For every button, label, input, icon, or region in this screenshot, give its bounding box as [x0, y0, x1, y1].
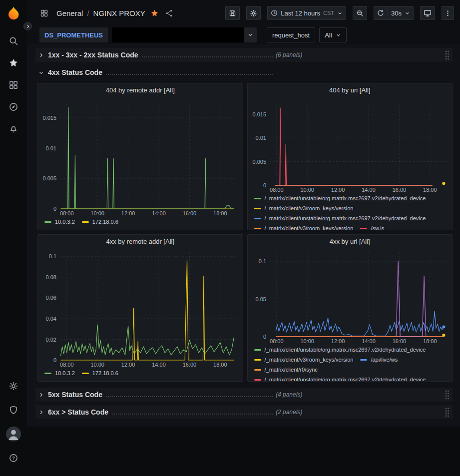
request-host-variable-select[interactable]: All	[319, 27, 346, 42]
grafana-logo[interactable]	[5, 5, 22, 22]
row-4xx-status-code[interactable]: 4xx Status Code	[35, 65, 453, 79]
panel-title[interactable]: 404 by remote addr [All]	[38, 83, 243, 96]
svg-text:0.08: 0.08	[46, 274, 56, 280]
app-root: ? General / NGINX PROXY	[0, 0, 460, 476]
chart-svg[interactable]: 08:0010:0012:0014:0016:0018:0000.0050.01…	[38, 96, 243, 217]
sidebar-bottom-nav: ?	[3, 374, 23, 470]
row-drag-handle-icon[interactable]	[445, 407, 450, 417]
legend-item[interactable]: /_matrix/client/unstable/org.matrix.msc2…	[254, 376, 426, 381]
chart-svg[interactable]: 08:0010:0012:0014:0016:0018:0000.020.040…	[38, 248, 243, 369]
legend-series-label: /api/live/ws	[371, 356, 398, 364]
legend-series-swatch	[360, 228, 367, 229]
legend-series-label: /_matrix/client/unstable/org.matrix.msc2…	[265, 195, 426, 202]
tv-mode-icon[interactable]	[420, 6, 435, 20]
favorite-star-icon[interactable]	[149, 8, 160, 18]
refresh-interval-label: 30s	[391, 9, 402, 17]
row-drag-handle-icon[interactable]	[445, 390, 450, 400]
svg-text:08:00: 08:00	[60, 210, 74, 216]
panel-chart-canvas[interactable]: 08:0010:0012:0014:0016:0018:0000.050.1	[248, 248, 453, 345]
dashboard-settings-gear-icon[interactable]	[246, 6, 261, 20]
svg-text:0.005: 0.005	[42, 175, 56, 181]
legend-item[interactable]: /_matrix/client/v3/room_keys/version	[254, 225, 354, 230]
svg-text:0: 0	[53, 357, 56, 363]
svg-text:16:00: 16:00	[183, 210, 197, 216]
clock-icon	[271, 9, 278, 16]
refresh-icon[interactable]	[374, 6, 388, 20]
panel-chart-canvas[interactable]: 08:0010:0012:0014:0016:0018:0000.0050.01…	[38, 96, 243, 217]
kebab-menu-icon[interactable]	[442, 6, 454, 20]
row-6xx-status-code[interactable]: 6xx > Status Code (2 panels)	[35, 405, 453, 419]
breadcrumb: General / NGINX PROXY	[56, 9, 145, 17]
dashboards-grid-icon[interactable]	[3, 75, 23, 95]
sidebar-expand-chevron[interactable]	[23, 22, 32, 30]
chart-svg[interactable]: 08:0010:0012:0014:0016:0018:0000.0050.01…	[248, 96, 453, 194]
svg-text:0.1: 0.1	[49, 253, 56, 259]
time-range-label: Last 12 hours	[281, 9, 320, 17]
search-icon[interactable]	[3, 31, 23, 51]
chart-svg[interactable]: 08:0010:0012:0014:0016:0018:0000.050.1	[248, 248, 453, 345]
panel-title[interactable]: 404 by uri [All]	[248, 83, 453, 96]
legend-item[interactable]: /_matrix/client/v3/room_keys/version	[254, 356, 354, 364]
explore-compass-icon[interactable]	[3, 97, 23, 117]
panel-legend: 10.0.3.2172.18.0.6	[38, 369, 243, 381]
legend-series-label: 172.18.0.6	[92, 218, 118, 226]
legend-item[interactable]: /_matrix/client/unstable/org.matrix.msc2…	[254, 346, 426, 354]
legend-item[interactable]: /api/live/ws	[360, 356, 398, 364]
user-avatar[interactable]	[3, 424, 23, 444]
legend-item[interactable]: /_matrix/client/r0/sync	[254, 366, 318, 374]
legend-series-swatch	[44, 373, 51, 374]
share-icon[interactable]	[164, 8, 174, 18]
starred-dashboards-icon[interactable]	[3, 53, 23, 73]
legend-series-label: /sw.js	[371, 225, 384, 230]
redacted-datasource-value	[112, 27, 244, 42]
panel-title[interactable]: 4xx by uri [All]	[248, 235, 453, 248]
panel-legend: /_matrix/client/unstable/org.matrix.msc2…	[248, 194, 453, 230]
save-dashboard-button[interactable]	[225, 6, 240, 20]
legend-item[interactable]: /_matrix/client/unstable/org.matrix.msc2…	[254, 195, 426, 202]
time-range-picker[interactable]: Last 12 hours CST	[267, 6, 346, 20]
svg-text:08:00: 08:00	[270, 338, 284, 344]
legend-series-label: 172.18.0.6	[92, 370, 118, 377]
datasource-variable-label[interactable]: DS_PROMETHEUS	[39, 27, 108, 42]
breadcrumb-folder[interactable]: General	[56, 9, 83, 17]
datasource-variable-select[interactable]	[112, 27, 257, 42]
zoom-out-icon[interactable]	[353, 6, 367, 20]
chevron-down-icon	[405, 10, 410, 16]
legend-item[interactable]: 10.0.3.2	[44, 218, 75, 226]
row-drag-handle-icon[interactable]	[445, 50, 450, 60]
request-host-variable-label[interactable]: request_host	[267, 27, 315, 42]
row-title: 4xx Status Code	[48, 68, 102, 76]
server-admin-shield-icon[interactable]	[3, 400, 23, 420]
panel-chart-canvas[interactable]: 08:0010:0012:0014:0016:0018:0000.0050.01…	[248, 96, 453, 194]
legend-item[interactable]: /_matrix/client/unstable/org.matrix.msc2…	[254, 215, 426, 222]
legend-item[interactable]: 172.18.0.6	[82, 218, 118, 226]
legend-item[interactable]: 172.18.0.6	[82, 370, 118, 377]
svg-text:10:00: 10:00	[90, 362, 104, 368]
dashboard-area: 1xx - 3xx - 2xx Status Code (6 panels) 4…	[27, 44, 460, 427]
panel-title[interactable]: 4xx by remote addr [All]	[38, 235, 243, 248]
panel-chart-canvas[interactable]: 08:0010:0012:0014:0016:0018:0000.020.040…	[38, 248, 243, 369]
panel-grid: 404 by remote addr [All]08:0010:0012:001…	[35, 83, 453, 388]
legend-item[interactable]: /_matrix/client/v3/room_keys/version	[254, 205, 354, 212]
svg-text:16:00: 16:00	[392, 338, 406, 344]
legend-series-label: /_matrix/client/unstable/org.matrix.msc2…	[265, 376, 426, 381]
svg-text:08:00: 08:00	[60, 362, 74, 368]
legend-item[interactable]: /sw.js	[360, 225, 384, 230]
configuration-gear-icon[interactable]	[3, 376, 23, 396]
chevron-down-icon	[244, 27, 257, 42]
alerting-bell-icon[interactable]	[3, 119, 23, 139]
help-question-icon[interactable]: ?	[3, 448, 23, 468]
legend-item[interactable]: 10.0.3.2	[44, 370, 75, 377]
row-5xx-status-code[interactable]: 5xx Status Code (4 panels)	[35, 388, 453, 402]
panel-4xx-by-uri-all: 4xx by uri [All]08:0010:0012:0014:0016:0…	[247, 234, 453, 382]
refresh-interval-dropdown[interactable]: 30s	[388, 6, 414, 20]
svg-text:12:00: 12:00	[121, 362, 135, 368]
chevron-down-icon	[336, 32, 341, 38]
svg-text:?: ?	[12, 456, 15, 461]
chevron-right-icon	[38, 392, 44, 398]
row-panel-count: (6 panels)	[276, 51, 302, 58]
breadcrumb-dashboard-title[interactable]: NGINX PROXY	[93, 9, 145, 17]
legend-series-swatch	[82, 373, 89, 374]
panel-legend: 10.0.3.2172.18.0.6	[38, 217, 243, 230]
row-1xx-3xx-2xx-status-code[interactable]: 1xx - 3xx - 2xx Status Code (6 panels)	[35, 48, 453, 62]
